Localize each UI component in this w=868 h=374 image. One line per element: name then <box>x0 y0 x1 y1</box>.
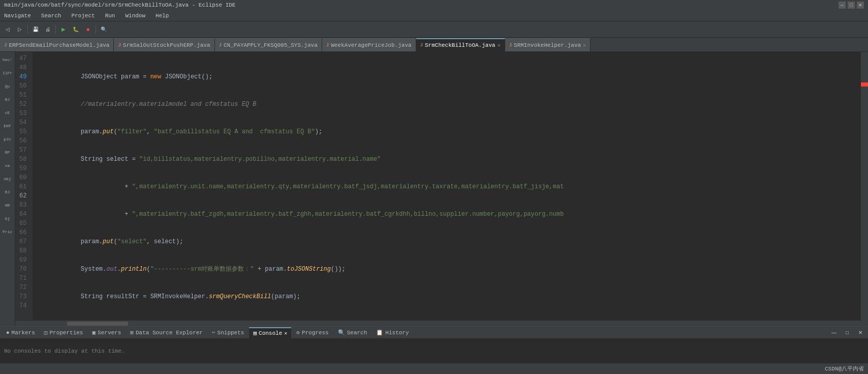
ln-56: 56 <box>19 136 28 146</box>
code-line-53: param.put("select", select); <box>37 237 857 246</box>
code-line-50: String select = "id,billstatus,materiale… <box>37 155 857 164</box>
overview-ruler[interactable] <box>861 52 868 326</box>
toolbar-back[interactable]: ◁ <box>2 24 13 35</box>
tab-CN_PAYAPPLY[interactable]: J CN_PAYAPPLY_FKSQ005_SYS.java <box>215 38 322 51</box>
sidebar-item-bj[interactable]: bj <box>2 213 13 224</box>
tab-label2: SrmSalOutStockPushERP.java <box>123 42 210 48</box>
tab-WeekAveragePrice[interactable]: J WeekAveragePriceJob.java <box>322 38 416 51</box>
toolbar-save[interactable]: 💾 <box>30 24 41 35</box>
ln-63: 63 <box>19 200 28 210</box>
maximize-button[interactable]: □ <box>848 2 855 9</box>
toolbar-sep1 <box>27 25 28 34</box>
panel-minimize[interactable]: — <box>828 327 840 338</box>
sidebar-item-hec[interactable]: hec↑ <box>2 54 13 65</box>
sidebar-item-HR[interactable]: HR <box>2 199 13 211</box>
menu-help[interactable]: Help <box>153 12 171 20</box>
bottom-panel: ● Markers ◫ Properties ▣ Servers ⊞ Data … <box>0 326 868 363</box>
markers-icon: ● <box>6 330 10 336</box>
h-scroll-thumb[interactable] <box>67 322 128 326</box>
menu-search[interactable]: Search <box>39 12 64 20</box>
tab-SRMInvokeHelper[interactable]: J SRMInvokeHelper.java ✕ <box>505 38 591 51</box>
toolbar-run[interactable]: ▶ <box>58 24 69 35</box>
sidebar-item-Pric[interactable]: Pric <box>2 226 13 237</box>
ln-57: 57 <box>19 146 28 155</box>
sidebar-item-EHF[interactable]: EHF <box>2 120 13 131</box>
close-button[interactable]: ✕ <box>857 2 864 9</box>
panel-close[interactable]: ✕ <box>855 327 866 338</box>
ln-73: 73 <box>19 292 28 301</box>
ln-65: 65 <box>19 219 28 228</box>
ln-51: 51 <box>19 91 28 100</box>
console-content: No consoles to display at this time. <box>0 339 868 363</box>
status-right: CSDN@八平内省 <box>825 365 864 372</box>
tab-close5[interactable]: ✕ <box>498 42 501 48</box>
sidebar-item-obj[interactable]: obj <box>2 173 13 184</box>
tab-progress[interactable]: ⊙ Progress <box>292 327 332 338</box>
sidebar-item-RP[interactable]: RP <box>2 147 13 158</box>
sidebar-item-pJc[interactable]: pJc <box>2 133 13 145</box>
title-bar: main/java/com/batf/sync/model/srm/SrmChe… <box>0 0 868 10</box>
snippets-icon: ✂ <box>212 329 215 336</box>
sidebar-item-RJ[interactable]: RJ <box>2 186 13 197</box>
tab-label3: CN_PAYAPPLY_FKSQ005_SYS.java <box>224 42 318 48</box>
status-csdn: CSDN@八平内省 <box>825 365 864 372</box>
tab-label4: WeekAveragePriceJob.java <box>331 42 411 48</box>
horizontal-scrollbar[interactable] <box>15 320 861 326</box>
tab-search[interactable]: 🔍 Search <box>334 327 371 338</box>
tab-snippets[interactable]: ✂ Snippets <box>208 327 248 338</box>
java-icon5: J <box>420 43 423 48</box>
sidebar-item-va[interactable]: va <box>2 160 13 171</box>
error-marker <box>861 82 868 87</box>
java-icon6: J <box>509 43 512 48</box>
tab-history[interactable]: 📋 History <box>372 327 413 338</box>
tab-properties-label: Properties <box>49 330 83 336</box>
console-message: No consoles to display at this time. <box>4 348 125 354</box>
tab-properties[interactable]: ◫ Properties <box>40 327 87 338</box>
code-editor[interactable]: 47 48 49 50 51 52 53 54 55 56 57 58 59 6… <box>15 52 861 320</box>
tab-servers-label: Servers <box>98 330 121 336</box>
tab-ERPSendEmailPurchaseModel[interactable]: J ERPSendEmailPurchaseModel.java <box>0 38 114 51</box>
tab-datasource[interactable]: ⊞ Data Source Explorer <box>126 327 207 338</box>
progress-icon: ⊙ <box>296 329 300 336</box>
tab-SrmSalOutStockPushERP[interactable]: J SrmSalOutStockPushERP.java <box>114 38 214 51</box>
servers-icon: ▣ <box>92 329 96 336</box>
ln-62: 62 <box>19 191 28 200</box>
sidebar-item-cE[interactable]: cE <box>2 107 13 118</box>
sidebar-item-Qu[interactable]: Qu <box>2 80 13 92</box>
tab-markers[interactable]: ● Markers <box>2 327 39 338</box>
toolbar-debug[interactable]: 🐛 <box>70 24 81 35</box>
sidebar-item-IlFr[interactable]: IlFr <box>2 67 13 78</box>
title-bar-text: main/java/com/batf/sync/model/srm/SrmChe… <box>4 2 235 8</box>
toolbar-forward[interactable]: ▷ <box>14 24 25 35</box>
panel-maximize[interactable]: □ <box>842 327 853 338</box>
toolbar-search[interactable]: 🔍 <box>98 24 109 35</box>
tab-servers[interactable]: ▣ Servers <box>88 327 125 338</box>
menu-project[interactable]: Project <box>69 12 97 20</box>
tab-label6: SRMInvokeHelper.java <box>514 42 581 48</box>
code-line-49: param.put("filter", "batf_oabillstatus E… <box>37 127 857 136</box>
java-icon3: J <box>219 43 222 48</box>
history-icon: 📋 <box>376 329 383 336</box>
minimize-button[interactable]: ─ <box>839 2 846 9</box>
sidebar-item-BJ[interactable]: BJ <box>2 94 13 105</box>
toolbar-stop[interactable]: ■ <box>82 24 94 35</box>
java-icon4: J <box>326 43 329 48</box>
ln-59: 59 <box>19 164 28 173</box>
toolbar: ◁ ▷ 💾 🖨 ▶ 🐛 ■ 🔍 <box>0 21 868 38</box>
console-close[interactable]: ✕ <box>284 330 287 336</box>
toolbar-print[interactable]: 🖨 <box>42 24 53 35</box>
menu-navigate[interactable]: Navigate <box>2 12 33 20</box>
tab-close6[interactable]: ✕ <box>583 42 586 48</box>
tab-SrmCheckBillToOA[interactable]: J SrmCheckBillToOA.java ✕ <box>416 38 505 51</box>
ln-69: 69 <box>19 255 28 265</box>
line-numbers: 47 48 49 50 51 52 53 54 55 56 57 58 59 6… <box>15 52 33 320</box>
menu-run[interactable]: Run <box>103 12 117 20</box>
bottom-tab-bar: ● Markers ◫ Properties ▣ Servers ⊞ Data … <box>0 327 868 339</box>
tab-datasource-label: Data Source Explorer <box>136 330 203 336</box>
code-line-54: System.out.println("----------srm对账单数据参数… <box>37 265 857 274</box>
menu-window[interactable]: Window <box>123 12 147 20</box>
tab-console[interactable]: ▤ Console ✕ <box>249 327 291 338</box>
datasource-icon: ⊞ <box>130 329 134 336</box>
properties-icon: ◫ <box>44 329 48 336</box>
status-bar: CSDN@八平内省 <box>0 363 868 374</box>
